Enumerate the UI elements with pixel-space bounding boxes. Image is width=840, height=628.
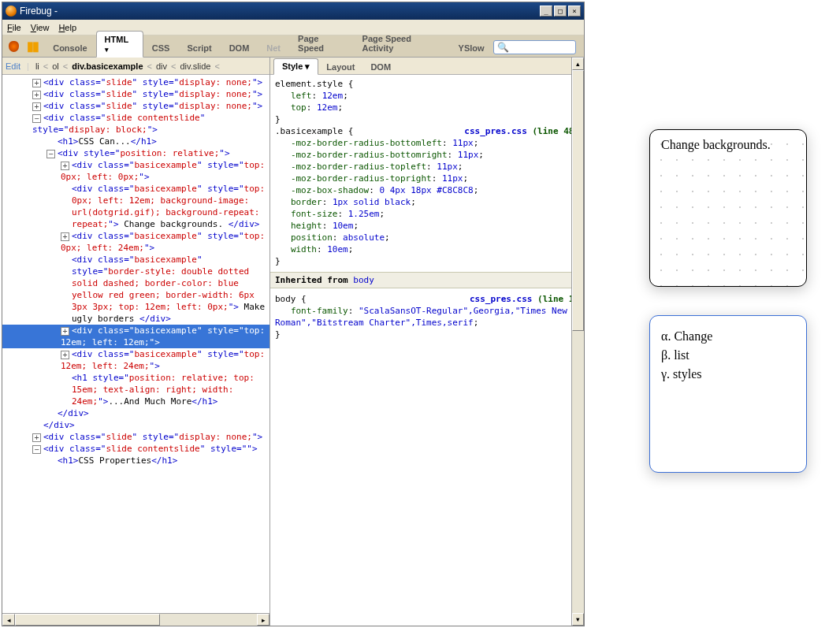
- example-change-backgrounds: Change backgrounds.: [649, 129, 807, 287]
- tab-pagespeed-activity[interactable]: Page Speed Activity: [354, 30, 450, 57]
- tab-css[interactable]: CSS: [143, 39, 179, 57]
- html-tree[interactable]: +<div class="slide" style="display: none…: [2, 75, 269, 613]
- vertical-scrollbar[interactable]: ▴ ▾: [571, 58, 584, 626]
- twisty-icon[interactable]: +: [32, 79, 41, 87]
- scrollbar-thumb[interactable]: [15, 614, 160, 626]
- firefox-icon: [6, 6, 17, 17]
- scroll-left-icon[interactable]: ◂: [2, 614, 15, 626]
- crumb-li[interactable]: li: [32, 60, 43, 72]
- source-link[interactable]: css_pres.css (line 48): [464, 125, 579, 137]
- pause-icon[interactable]: ▮▮: [27, 39, 38, 54]
- twisty-icon[interactable]: −: [46, 150, 55, 158]
- style-panel: Style ▾ Layout DOM element.style { left:…: [270, 58, 584, 626]
- edit-button[interactable]: Edit: [6, 61, 20, 71]
- twisty-icon[interactable]: +: [32, 433, 41, 442]
- horizontal-scrollbar[interactable]: ◂ ▸: [2, 613, 269, 626]
- body-link[interactable]: body: [353, 275, 374, 285]
- twisty-icon[interactable]: +: [61, 162, 69, 170]
- right-tabbar: Style ▾ Layout DOM: [270, 58, 584, 75]
- tab-pagespeed[interactable]: Page Speed: [289, 30, 354, 57]
- inherited-section: Inherited from body: [270, 272, 584, 288]
- menu-view[interactable]: View: [31, 23, 50, 32]
- scroll-down-icon[interactable]: ▾: [572, 613, 584, 626]
- search-icon: 🔍: [497, 42, 509, 53]
- rtab-style[interactable]: Style ▾: [273, 58, 318, 75]
- scroll-right-icon[interactable]: ▸: [257, 614, 269, 626]
- crumb-selected[interactable]: div.basicexample: [68, 60, 147, 72]
- tab-html[interactable]: HTML ▾: [96, 31, 143, 58]
- close-button[interactable]: ×: [568, 6, 581, 17]
- html-panel: Edit | li < ol < div.basicexample < div …: [2, 58, 270, 626]
- tab-console[interactable]: Console: [44, 39, 95, 57]
- scrollbar-thumb[interactable]: [572, 70, 584, 331]
- window-title: Firebug -: [20, 6, 58, 17]
- maximize-button[interactable]: □: [554, 6, 567, 17]
- rtab-layout[interactable]: Layout: [318, 60, 362, 74]
- twisty-icon[interactable]: +: [61, 327, 69, 336]
- breadcrumb: Edit | li < ol < div.basicexample < div …: [2, 58, 269, 75]
- main-tabbar: ▮▮ Console HTML ▾ CSS Script DOM Net Pag…: [2, 35, 584, 58]
- panels: Edit | li < ol < div.basicexample < div …: [2, 58, 584, 626]
- tab-yslow[interactable]: YSlow: [450, 39, 493, 57]
- firebug-icon[interactable]: [7, 39, 20, 54]
- twisty-icon[interactable]: +: [61, 232, 69, 241]
- twisty-icon[interactable]: −: [32, 445, 41, 454]
- example-list-styles: α. Change β. list γ. styles: [649, 315, 807, 473]
- crumb-slide[interactable]: div.slide: [176, 60, 214, 72]
- chevron-down-icon: ▾: [105, 46, 109, 54]
- twisty-icon[interactable]: +: [32, 102, 41, 111]
- tab-dom[interactable]: DOM: [221, 39, 258, 57]
- crumb-ol[interactable]: ol: [48, 60, 63, 72]
- crumb-div[interactable]: div: [152, 60, 171, 72]
- twisty-icon[interactable]: −: [32, 114, 41, 123]
- source-link[interactable]: css_pres.css (line 1): [470, 293, 579, 305]
- twisty-icon[interactable]: +: [32, 91, 41, 99]
- tab-script[interactable]: Script: [178, 39, 220, 57]
- rtab-dom[interactable]: DOM: [362, 60, 399, 74]
- twisty-icon[interactable]: +: [61, 351, 69, 359]
- minimize-button[interactable]: _: [540, 6, 552, 17]
- menu-help[interactable]: Help: [58, 23, 76, 32]
- titlebar[interactable]: Firebug - _ □ ×: [2, 2, 584, 20]
- firebug-window: Firebug - _ □ × File View Help ▮▮ Consol…: [2, 2, 585, 626]
- tab-net[interactable]: Net: [258, 39, 289, 57]
- style-rules[interactable]: element.style { left: 12em; top: 12em; }…: [270, 75, 584, 626]
- scroll-up-icon[interactable]: ▴: [572, 58, 584, 70]
- chevron-down-icon: ▾: [303, 61, 310, 71]
- selected-node[interactable]: +<div class="basicexample" style="top: 1…: [2, 325, 269, 348]
- search-input[interactable]: 🔍: [493, 40, 576, 54]
- menu-file[interactable]: File: [7, 23, 21, 32]
